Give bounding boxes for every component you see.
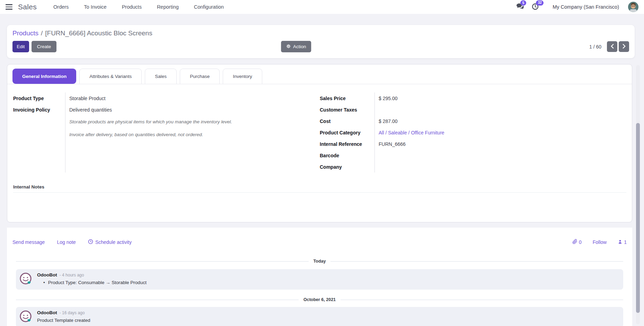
breadcrumb: Products/[FURN_6666] Acoustic Bloc Scree…	[12, 29, 629, 37]
chat-bubbles-icon	[516, 5, 524, 11]
vertical-scrollbar-thumb[interactable]	[636, 123, 640, 313]
edit-button[interactable]: Edit	[12, 41, 29, 52]
field-label-invoicing-policy: Invoicing Policy	[13, 104, 65, 115]
pager-previous-button[interactable]	[607, 41, 617, 52]
message-body: Product Type: Consumable → Storable Prod…	[37, 280, 619, 285]
tab-sales[interactable]: Sales	[145, 69, 177, 84]
tab-purchase[interactable]: Purchase	[180, 69, 220, 84]
message-today: OdooBot - 4 hours ago Product Type: Cons…	[16, 269, 623, 290]
help-note-invoicing: Invoice after delivery, based on quantit…	[69, 128, 256, 141]
field-label-sales-price: Sales Price	[320, 92, 374, 104]
help-note-storable: Storable products are physical items for…	[69, 115, 256, 128]
menu-item-orders[interactable]: Orders	[53, 4, 69, 10]
field-value-product-category-link[interactable]: All / Saleable / Office Furniture	[379, 127, 444, 138]
tab-inventory[interactable]: Inventory	[223, 69, 262, 84]
odoobot-avatar	[19, 272, 32, 285]
field-label-barcode: Barcode	[320, 150, 374, 161]
company-switcher[interactable]: My Company (San Francisco)	[553, 4, 619, 10]
menu-item-configuration[interactable]: Configuration	[194, 4, 224, 10]
breadcrumb-separator: /	[41, 29, 43, 37]
message-timestamp: - 16 days ago	[60, 310, 85, 315]
odoobot-avatar	[19, 310, 32, 323]
paperclip-icon	[572, 239, 577, 245]
field-label-product-category: Product Category	[320, 127, 374, 138]
date-divider-today: Today	[16, 259, 623, 264]
app-name[interactable]: Sales	[18, 3, 37, 11]
internal-notes-divider	[13, 192, 626, 193]
action-button[interactable]: Action	[281, 41, 311, 52]
message-october: OdooBot - 16 days ago Product Template c…	[16, 307, 623, 326]
follow-button[interactable]: Follow	[593, 239, 607, 245]
pager-value[interactable]: 1 / 60	[589, 44, 601, 50]
message-timestamp: - 4 hours ago	[60, 273, 84, 277]
apps-menu-icon[interactable]	[6, 4, 12, 10]
date-divider-october: October 6, 2021	[16, 297, 623, 302]
activity-clock-icon	[88, 239, 93, 245]
message-body: Product Template created	[37, 318, 619, 323]
breadcrumb-current: [FURN_6666] Acoustic Bloc Screens	[45, 29, 152, 37]
field-value-company	[379, 161, 444, 173]
field-label-company: Company	[320, 161, 374, 173]
field-label-cost: Cost	[320, 115, 374, 127]
field-value-cost: $ 287.00	[379, 115, 444, 127]
menu-item-to-invoice[interactable]: To Invoice	[84, 4, 106, 10]
follower-count: 1	[624, 239, 627, 245]
menu-item-products[interactable]: Products	[122, 4, 142, 10]
followers-button[interactable]: 1	[618, 239, 627, 245]
schedule-activity-button[interactable]: Schedule activity	[88, 239, 132, 245]
tab-attributes-variants[interactable]: Attributes & Variants	[79, 69, 142, 84]
notebook-tabs: General Information Attributes & Variant…	[7, 64, 632, 84]
app-menu: Orders To Invoice Products Reporting Con…	[53, 4, 224, 10]
activities-button[interactable]: 32	[532, 3, 539, 11]
messages-badge: 5	[520, 0, 526, 6]
control-panel: Products/[FURN_6666] Acoustic Bloc Scree…	[7, 25, 635, 58]
field-group-left: Product Type Invoicing Policy Storable P…	[13, 92, 256, 173]
attachments-button[interactable]: 0	[572, 239, 582, 245]
field-label-internal-reference: Internal Reference	[320, 138, 374, 150]
field-label-customer-taxes: Customer Taxes	[320, 104, 374, 115]
gear-icon	[286, 44, 291, 50]
log-note-button[interactable]: Log note	[57, 239, 76, 245]
chevron-left-icon	[611, 44, 614, 50]
send-message-button[interactable]: Send message	[12, 239, 45, 245]
field-value-barcode	[379, 150, 444, 161]
message-author[interactable]: OdooBot	[37, 272, 57, 277]
chatter: Send message Log note Schedule activity …	[7, 228, 632, 326]
chevron-right-icon	[623, 44, 626, 50]
field-group-right: Sales Price Customer Taxes Cost Product …	[320, 92, 444, 173]
form-sheet: General Information Attributes & Variant…	[7, 64, 632, 222]
clock-icon	[532, 6, 539, 11]
menu-item-reporting[interactable]: Reporting	[157, 4, 179, 10]
pager-next-button[interactable]	[619, 41, 629, 52]
field-value-product-type: Storable Product	[69, 92, 256, 104]
person-icon	[618, 239, 623, 245]
create-button[interactable]: Create	[32, 41, 56, 52]
user-avatar[interactable]	[628, 2, 638, 12]
messages-button[interactable]: 5	[516, 3, 524, 11]
breadcrumb-products-link[interactable]: Products	[12, 29, 38, 37]
top-navbar: Sales Orders To Invoice Products Reporti…	[0, 0, 644, 14]
attachment-count: 0	[579, 239, 582, 245]
activities-badge: 32	[536, 0, 544, 6]
field-label-product-type: Product Type	[13, 92, 65, 104]
internal-notes-label: Internal Notes	[13, 184, 626, 190]
tab-general-information[interactable]: General Information	[12, 69, 76, 84]
field-value-sales-price: $ 295.00	[379, 92, 444, 104]
field-value-internal-reference: FURN_6666	[379, 138, 444, 150]
field-value-invoicing-policy: Delivered quantities	[69, 104, 256, 115]
field-value-customer-taxes	[379, 104, 444, 115]
vertical-scrollbar-track[interactable]	[636, 65, 640, 324]
message-author[interactable]: OdooBot	[37, 310, 57, 315]
